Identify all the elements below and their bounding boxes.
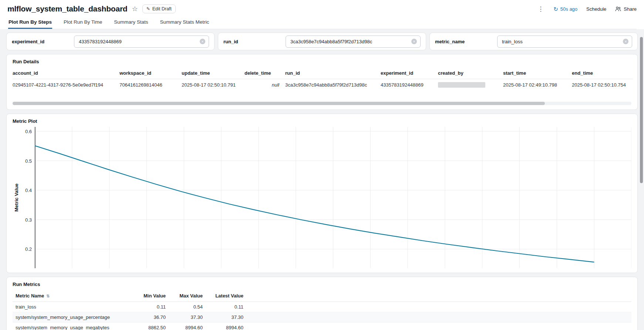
run-details-col-start_time[interactable]: start_time [503, 67, 572, 79]
run-metrics-row: train_loss0.110.540.11 [13, 302, 631, 312]
refresh-button[interactable]: ↻ 50s ago [553, 6, 577, 12]
run-metrics-title: Run Metrics [13, 282, 631, 287]
horizontal-scrollbar-thumb[interactable] [13, 102, 545, 105]
filter-experiment-id: experiment_id × [6, 33, 215, 50]
sort-icon[interactable]: ⇅ [46, 294, 50, 298]
metric-plot-panel: Metric Plot Metric Value 0.20.30.40.50.6 [6, 114, 638, 273]
table-empty-space [13, 91, 631, 101]
filler-cell [249, 302, 631, 312]
run-details-col-update_time[interactable]: update_time [182, 67, 245, 79]
filter-input-wrap: × [286, 36, 421, 48]
y-axis-label: Metric Value [13, 127, 20, 268]
run-details-row: 02945107-4221-4317-9276-5e0e9ed7f1947064… [13, 79, 633, 91]
metric-plot-chart-area: Metric Value 0.20.30.40.50.6 [13, 127, 631, 268]
metric-plot-title: Metric Plot [13, 118, 631, 124]
schedule-button[interactable]: Schedule [586, 6, 606, 12]
clear-icon[interactable]: × [623, 39, 628, 44]
run-details-col-workspace_id[interactable]: workspace_id [119, 67, 182, 79]
share-button[interactable]: Share [615, 6, 637, 12]
filter-label-experiment-id: experiment_id [12, 39, 70, 44]
share-label: Share [624, 6, 637, 12]
metric-name-cell: system/system_memory_usage_megabytes [13, 323, 135, 330]
metric-value-cell: 0.11 [209, 302, 249, 312]
run-metrics-row: system/system_memory_usage_percentage36.… [13, 312, 631, 323]
metric-value-cell: 37.30 [172, 312, 209, 323]
run-metrics-col-latest-value[interactable]: Latest Value [209, 290, 249, 302]
metric-name-input[interactable] [497, 36, 632, 48]
run-details-col-created_by[interactable]: created_by [438, 67, 503, 79]
edit-draft-button[interactable]: ✎ Edit Draft [142, 4, 176, 13]
run-id-input[interactable] [286, 36, 421, 48]
y-tick-label: 0.3 [25, 217, 32, 222]
horizontal-scrollbar[interactable] [13, 102, 631, 105]
run-details-panel: Run Details account_idworkspace_idupdate… [6, 54, 638, 110]
filter-metric-name: metric_name × [429, 33, 638, 50]
page-scrollbar[interactable] [639, 0, 644, 330]
run-metrics-row: system/system_memory_usage_megabytes8862… [13, 323, 631, 330]
metric-value-cell: 36.70 [135, 312, 172, 323]
cell-delete_time: null [245, 79, 285, 91]
redacted-created-by [438, 82, 485, 88]
cell-run_id: 3ca3c958e7c94abb8a5f79f2d713d98c [285, 79, 381, 91]
top-bar: mlflow_system_table_dashboard ☆ ✎ Edit D… [0, 0, 644, 29]
filter-run-id: run_id × [218, 33, 426, 50]
tab-bar: Plot Run By Steps Plot Run By Time Summa… [7, 13, 637, 29]
y-axis-tick-labels: 0.20.30.40.50.6 [20, 127, 35, 268]
run-details-col-end_time[interactable]: end_time [572, 67, 633, 79]
filter-label-metric-name: metric_name [435, 39, 493, 44]
run-details-col-run_id[interactable]: run_id [285, 67, 381, 79]
filler-cell [249, 323, 631, 330]
run-details-table: account_idworkspace_idupdate_timedelete_… [13, 67, 633, 91]
line-chart[interactable] [35, 127, 631, 268]
metric-value-cell: 8994.60 [209, 323, 249, 330]
filter-row: experiment_id × run_id × metric_name × [6, 33, 638, 50]
top-actions: ⋮ ↻ 50s ago Schedule Share [537, 5, 637, 13]
pencil-icon: ✎ [146, 6, 150, 11]
y-tick-label: 0.5 [25, 158, 32, 164]
tab-summary-stats-metric[interactable]: Summary Stats Metric [160, 19, 210, 29]
cell-start_time: 2025-08-17 02:49:10.798 [503, 79, 572, 91]
run-details-title: Run Details [13, 59, 631, 64]
cell-created_by [438, 79, 503, 91]
refresh-icon: ↻ [553, 6, 558, 12]
clear-icon[interactable]: × [411, 39, 417, 44]
favorite-star-icon[interactable]: ☆ [132, 6, 138, 12]
filter-input-wrap: × [74, 36, 209, 48]
metric-plot-canvas[interactable] [35, 127, 631, 268]
cell-end_time: 2025-08-17 02:50:10.754 [572, 79, 633, 91]
run-details-col-delete_time[interactable]: delete_time [245, 67, 285, 79]
edit-draft-label: Edit Draft [152, 6, 172, 11]
people-icon [615, 6, 621, 11]
dashboard-content: experiment_id × run_id × metric_name × R… [0, 29, 644, 330]
cell-update_time: 2025-08-17 02:50:10.791 [182, 79, 245, 91]
run-metrics-panel: Run Metrics Metric Name⇅Min ValueMax Val… [6, 277, 638, 330]
filler-column [249, 290, 631, 302]
y-tick-label: 0.4 [25, 188, 32, 193]
clear-icon[interactable]: × [200, 39, 205, 44]
run-details-col-experiment_id[interactable]: experiment_id [381, 67, 438, 79]
tab-plot-run-by-steps[interactable]: Plot Run By Steps [8, 19, 52, 29]
run-metrics-col-metric-name[interactable]: Metric Name⇅ [13, 290, 135, 302]
run-details-col-account_id[interactable]: account_id [13, 67, 119, 79]
page-title: mlflow_system_table_dashboard [7, 4, 127, 13]
experiment-id-input[interactable] [74, 36, 209, 48]
filter-label-run-id: run_id [223, 39, 282, 44]
metric-line[interactable] [35, 146, 594, 262]
cell-account_id: 02945107-4221-4317-9276-5e0e9ed7f194 [13, 79, 119, 91]
page-scrollbar-thumb[interactable] [640, 37, 643, 183]
metric-name-cell: train_loss [13, 302, 135, 312]
filter-input-wrap: × [497, 36, 632, 48]
tab-plot-run-by-time[interactable]: Plot Run By Time [63, 19, 102, 29]
refresh-ago-label: 50s ago [560, 6, 577, 12]
run-metrics-col-min-value[interactable]: Min Value [135, 290, 172, 302]
cell-experiment_id: 4335783192448869 [381, 79, 438, 91]
y-tick-label: 0.6 [25, 128, 32, 134]
kebab-menu-icon[interactable]: ⋮ [537, 5, 544, 13]
metric-value-cell: 8994.60 [172, 323, 209, 330]
metric-value-cell: 0.11 [135, 302, 172, 312]
metric-value-cell: 0.54 [172, 302, 209, 312]
y-tick-label: 0.2 [25, 246, 32, 252]
tab-summary-stats[interactable]: Summary Stats [114, 19, 148, 29]
run-metrics-table: Metric Name⇅Min ValueMax ValueLatest Val… [13, 290, 631, 330]
run-metrics-col-max-value[interactable]: Max Value [172, 290, 209, 302]
